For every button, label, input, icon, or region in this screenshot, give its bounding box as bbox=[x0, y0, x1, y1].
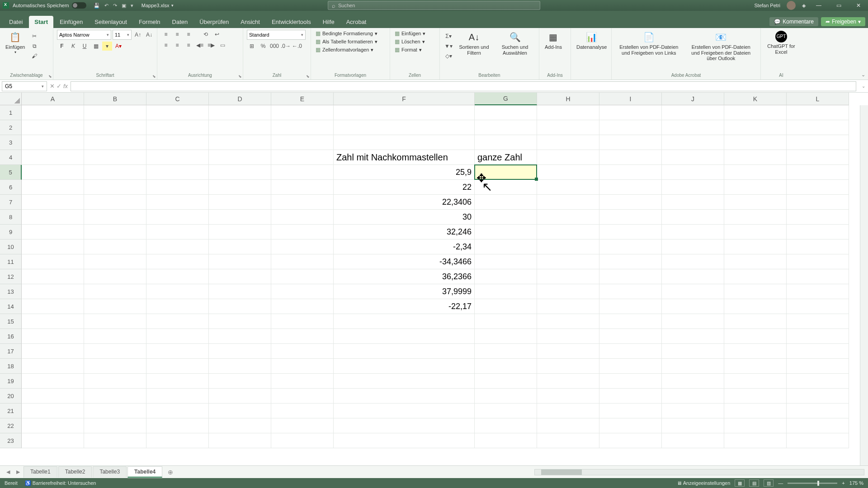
row-header[interactable]: 6 bbox=[0, 180, 22, 195]
cell[interactable] bbox=[146, 120, 209, 135]
cell[interactable] bbox=[209, 329, 271, 344]
cell[interactable] bbox=[475, 239, 537, 254]
share-button[interactable]: ➦ Freigeben ▾ bbox=[821, 17, 865, 26]
column-header[interactable]: F bbox=[334, 93, 475, 105]
cell[interactable] bbox=[724, 299, 787, 314]
cell[interactable] bbox=[209, 254, 271, 269]
autosum-icon[interactable]: Σ▾ bbox=[443, 32, 453, 41]
cell[interactable]: 37,9999 bbox=[334, 284, 475, 299]
vertical-scrollbar[interactable] bbox=[860, 105, 868, 465]
page-layout-view-icon[interactable]: ▤ bbox=[749, 479, 759, 487]
cell[interactable] bbox=[662, 389, 724, 404]
cell[interactable]: 22 bbox=[334, 180, 475, 195]
cell[interactable] bbox=[724, 404, 787, 418]
cell[interactable] bbox=[599, 269, 662, 284]
copy-icon[interactable]: ⧉ bbox=[29, 42, 39, 51]
redo-icon[interactable]: ↷ bbox=[113, 3, 117, 9]
row-header[interactable]: 8 bbox=[0, 210, 22, 225]
formula-bar[interactable] bbox=[71, 81, 856, 91]
cell[interactable] bbox=[599, 105, 662, 120]
cell[interactable] bbox=[22, 314, 84, 329]
cell[interactable] bbox=[537, 404, 599, 418]
cell[interactable] bbox=[271, 359, 334, 374]
cell[interactable] bbox=[537, 165, 599, 180]
column-header[interactable]: B bbox=[84, 93, 146, 105]
cell[interactable] bbox=[662, 105, 724, 120]
cell[interactable] bbox=[787, 254, 849, 269]
cell[interactable] bbox=[22, 150, 84, 165]
cell[interactable] bbox=[84, 314, 146, 329]
cell[interactable] bbox=[787, 239, 849, 254]
cell[interactable] bbox=[662, 418, 724, 433]
cell[interactable] bbox=[599, 120, 662, 135]
menu-tab-datei[interactable]: Datei bbox=[4, 16, 28, 28]
cell[interactable] bbox=[475, 120, 537, 135]
cell[interactable] bbox=[537, 433, 599, 448]
cell[interactable] bbox=[599, 165, 662, 180]
cell[interactable] bbox=[787, 359, 849, 374]
underline-button[interactable]: U bbox=[80, 42, 90, 51]
cell[interactable] bbox=[271, 389, 334, 404]
cell[interactable] bbox=[84, 418, 146, 433]
cell[interactable] bbox=[22, 120, 84, 135]
cell[interactable] bbox=[84, 225, 146, 239]
enter-formula-icon[interactable]: ✓ bbox=[57, 83, 61, 89]
menu-tab-start[interactable]: Start bbox=[29, 16, 53, 28]
column-header[interactable]: A bbox=[22, 93, 84, 105]
clear-icon[interactable]: ◇▾ bbox=[443, 52, 453, 61]
status-accessibility[interactable]: ♿ Barrierefreiheit: Untersuchen bbox=[25, 480, 96, 486]
merge-icon[interactable]: ▭ bbox=[217, 41, 227, 50]
cell[interactable] bbox=[662, 150, 724, 165]
cell[interactable] bbox=[22, 299, 84, 314]
cell[interactable] bbox=[146, 389, 209, 404]
font-name-combo[interactable]: Aptos Narrow bbox=[57, 30, 111, 40]
sheet-tab[interactable]: Tabelle4 bbox=[127, 466, 162, 478]
row-header[interactable]: 3 bbox=[0, 135, 22, 150]
cell[interactable] bbox=[334, 374, 475, 389]
font-color-icon[interactable]: A▾ bbox=[113, 42, 123, 51]
find-select-button[interactable]: 🔍Suchen und Auswählen bbox=[495, 30, 535, 56]
cell[interactable] bbox=[537, 105, 599, 120]
cell[interactable] bbox=[537, 120, 599, 135]
cell[interactable] bbox=[84, 344, 146, 359]
cell[interactable] bbox=[271, 150, 334, 165]
cell[interactable] bbox=[724, 135, 787, 150]
cell[interactable] bbox=[334, 359, 475, 374]
row-header[interactable]: 20 bbox=[0, 389, 22, 404]
cell[interactable] bbox=[22, 418, 84, 433]
cell[interactable] bbox=[22, 359, 84, 374]
cell[interactable]: -34,3466 bbox=[334, 254, 475, 269]
cell[interactable] bbox=[475, 254, 537, 269]
cell[interactable]: 22,3406 bbox=[334, 195, 475, 210]
column-header[interactable]: E bbox=[271, 93, 334, 105]
cell[interactable] bbox=[475, 210, 537, 225]
cell[interactable] bbox=[84, 254, 146, 269]
cell[interactable] bbox=[537, 329, 599, 344]
cell[interactable] bbox=[146, 150, 209, 165]
cell[interactable] bbox=[271, 433, 334, 448]
dialog-launcher-icon[interactable]: ⬊ bbox=[306, 74, 310, 79]
cell[interactable] bbox=[84, 269, 146, 284]
cell[interactable] bbox=[334, 433, 475, 448]
cell[interactable] bbox=[537, 225, 599, 239]
cell[interactable] bbox=[537, 254, 599, 269]
column-header[interactable]: K bbox=[724, 93, 787, 105]
cell[interactable] bbox=[724, 344, 787, 359]
cell[interactable] bbox=[209, 299, 271, 314]
cell[interactable] bbox=[599, 239, 662, 254]
cell[interactable]: 25,9 bbox=[334, 165, 475, 180]
username[interactable]: Stefan Petri bbox=[755, 3, 780, 8]
align-right-icon[interactable]: ≡ bbox=[184, 41, 193, 50]
cell[interactable] bbox=[22, 389, 84, 404]
cell[interactable] bbox=[146, 180, 209, 195]
cell[interactable] bbox=[84, 404, 146, 418]
cell[interactable] bbox=[209, 269, 271, 284]
cell[interactable] bbox=[724, 389, 787, 404]
cell[interactable] bbox=[475, 404, 537, 418]
cell[interactable] bbox=[209, 120, 271, 135]
cell[interactable] bbox=[146, 374, 209, 389]
cell[interactable] bbox=[22, 180, 84, 195]
cell[interactable] bbox=[599, 150, 662, 165]
wrap-text-icon[interactable]: ↩ bbox=[212, 30, 222, 39]
sheet-nav-next-icon[interactable]: ▶ bbox=[14, 469, 23, 475]
